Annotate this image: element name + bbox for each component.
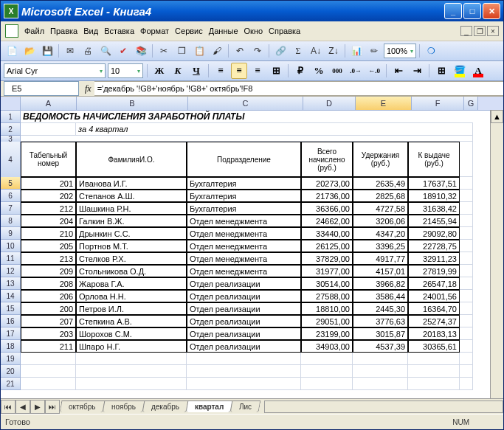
cell-total[interactable]: 34903,00 — [301, 340, 353, 353]
sheet-tab[interactable]: декабрь — [142, 400, 188, 412]
row-header[interactable]: 18 — [1, 340, 21, 353]
cell[interactable] — [21, 365, 76, 378]
cell-tabno[interactable]: 212 — [21, 202, 76, 215]
cell-dept[interactable]: Отдел реализации — [187, 277, 301, 290]
cell[interactable] — [353, 353, 408, 365]
cell[interactable] — [187, 365, 301, 378]
menu-edit[interactable]: Правка — [50, 27, 77, 35]
cell[interactable] — [460, 177, 473, 190]
align-left-button[interactable]: ≡ — [213, 63, 229, 79]
merge-center-button[interactable]: ⊞ — [268, 63, 284, 79]
menu-file[interactable]: Файл — [24, 27, 44, 35]
row-header[interactable]: 5 — [1, 177, 21, 190]
zoom-combo[interactable]: 100%▾ — [384, 44, 416, 58]
mail-icon[interactable]: ✉ — [62, 43, 78, 59]
cell-deduct[interactable]: 3206,06 — [353, 215, 408, 227]
row-header[interactable]: 21 — [1, 378, 21, 390]
cell[interactable] — [21, 378, 76, 390]
cell-fio[interactable]: Галкин В.Ж. — [76, 215, 187, 227]
mdi-restore-button[interactable]: ❐ — [474, 26, 486, 36]
tab-last-icon[interactable]: ⏭ — [45, 400, 60, 414]
tab-first-icon[interactable]: ⏮ — [1, 400, 15, 414]
cell-deduct[interactable]: 4917,77 — [353, 252, 408, 265]
cell[interactable] — [187, 353, 301, 365]
cell[interactable] — [21, 136, 473, 142]
scroll-up-icon[interactable]: ▲ — [491, 110, 503, 123]
cell-tabno[interactable]: 207 — [21, 315, 76, 327]
underline-button[interactable]: Ч — [188, 63, 204, 79]
fill-color-button[interactable]: 🪣 — [452, 63, 468, 79]
cell[interactable] — [460, 277, 473, 290]
cell[interactable] — [460, 142, 473, 177]
select-all-corner[interactable] — [1, 97, 21, 110]
cell-deduct[interactable]: 3966,82 — [353, 277, 408, 290]
row-header[interactable]: 15 — [1, 302, 21, 315]
cell-dept[interactable]: Отдел менеджмента — [187, 227, 301, 240]
cut-icon[interactable]: ✂ — [156, 43, 172, 59]
col-header-g[interactable]: G — [464, 97, 478, 110]
cell-pay[interactable]: 29092,80 — [408, 227, 460, 240]
cell-total[interactable]: 27588,00 — [301, 290, 353, 302]
dec-decimal-button[interactable]: ←.0 — [366, 63, 382, 79]
cell-tabno[interactable]: 205 — [21, 240, 76, 252]
cell[interactable] — [301, 365, 353, 378]
row-header[interactable]: 4 — [1, 142, 21, 178]
undo-icon[interactable]: ↶ — [232, 43, 248, 59]
cell-deduct[interactable]: 3396,25 — [353, 240, 408, 252]
sheet-tab[interactable]: октябрь — [60, 400, 105, 412]
cell-dept[interactable]: Отдел менеджмента — [187, 265, 301, 277]
cell-total[interactable]: 18810,00 — [301, 302, 353, 315]
cell-deduct[interactable]: 4347,20 — [353, 227, 408, 240]
inc-indent-button[interactable]: ⇥ — [409, 63, 425, 79]
cell[interactable] — [301, 378, 353, 390]
cell-total[interactable]: 30514,00 — [301, 277, 353, 290]
drawing-icon[interactable]: ✏ — [366, 43, 382, 59]
inc-decimal-button[interactable]: .0→ — [348, 63, 364, 79]
header-pay[interactable]: К выдаче (руб.) — [408, 142, 460, 177]
cell[interactable] — [353, 378, 408, 390]
cell[interactable] — [76, 365, 187, 378]
copy-icon[interactable]: ❐ — [173, 43, 190, 59]
col-header-b[interactable]: B — [77, 97, 188, 110]
cell[interactable] — [21, 353, 76, 365]
cell-tabno[interactable]: 209 — [21, 265, 76, 277]
cell-tabno[interactable]: 208 — [21, 277, 76, 290]
cell-fio[interactable]: Шорохов С.М. — [76, 327, 187, 340]
cell-tabno[interactable]: 213 — [21, 252, 76, 265]
header-fio[interactable]: ФамилияИ.О. — [76, 142, 187, 177]
cell-dept[interactable]: Отдел менеджмента — [187, 215, 301, 227]
cell-dept[interactable]: Отдел реализации — [187, 340, 301, 353]
close-button[interactable]: ✕ — [483, 3, 500, 19]
cell[interactable] — [460, 327, 473, 340]
autosum-icon[interactable]: Σ — [290, 43, 306, 59]
cell-total[interactable]: 36366,00 — [301, 202, 353, 215]
formula-input[interactable]: ='декабрь '!G8+'ноябрь '!G8+' октябрь'!F… — [94, 81, 503, 96]
cell-total[interactable]: 29051,00 — [301, 315, 353, 327]
row-header[interactable]: 6 — [1, 190, 21, 202]
menu-help[interactable]: Справка — [269, 27, 300, 35]
row-header[interactable]: 20 — [1, 365, 21, 378]
cell-fio[interactable]: Дрынкин С.С. — [76, 227, 187, 240]
vertical-scrollbar[interactable]: ▲ — [490, 110, 503, 398]
fx-icon[interactable]: fx — [85, 83, 92, 94]
sort-desc-icon[interactable]: Z↓ — [325, 43, 342, 59]
col-header-d[interactable]: D — [303, 97, 356, 110]
cell-total[interactable]: 21736,00 — [301, 190, 353, 202]
title-cell[interactable]: ВЕДОМОСТЬ НАЧИСЛЕНИЯ ЗАРАБОТНОЙ ПЛАТЫ — [21, 111, 473, 123]
maximize-button[interactable]: □ — [463, 3, 481, 19]
italic-button[interactable]: К — [170, 63, 186, 79]
row-header[interactable]: 7 — [1, 202, 21, 215]
col-header-c[interactable]: C — [188, 97, 303, 110]
cell[interactable] — [460, 227, 473, 240]
save-icon[interactable]: 💾 — [39, 43, 55, 59]
cell[interactable] — [460, 190, 473, 202]
header-tabno[interactable]: Табельный номер — [21, 142, 76, 177]
minimize-button[interactable]: _ — [444, 3, 462, 19]
align-right-button[interactable]: ≡ — [249, 63, 266, 79]
cell-pay[interactable]: 18910,32 — [408, 190, 460, 202]
cell[interactable] — [460, 315, 473, 327]
row-header[interactable]: 12 — [1, 265, 21, 277]
row-header[interactable]: 16 — [1, 315, 21, 327]
preview-icon[interactable]: 🔍 — [97, 43, 114, 59]
cell-deduct[interactable]: 4537,39 — [353, 340, 408, 353]
